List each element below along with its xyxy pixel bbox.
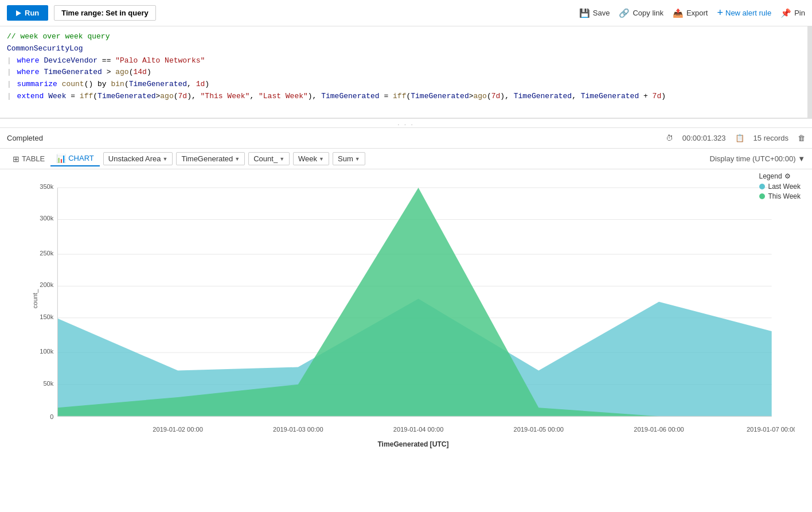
table-name: CommonSecurityLog [7,43,83,55]
y-tick-300k: 300k [40,215,53,222]
chart-legend: Legend ⚙ Last Week This Week [759,172,801,202]
chart-toolbar: ⊞ TABLE 📊 CHART Unstacked Area ▼ TimeGen… [0,149,812,169]
where-keyword-2: where TimeGenerated > ago(14d) [13,67,151,79]
clock-icon: ⏱ [666,134,673,142]
aggregation-dropdown[interactable]: Sum ▼ [333,152,365,165]
editor-scrollbar[interactable] [807,26,812,118]
new-alert-button[interactable]: + New alert rule [717,7,771,19]
x-tick-jan02: 2019-01-02 00:00 [153,426,202,433]
run-button[interactable]: Run [7,5,48,21]
chart-svg: 350k 300k 250k 200k 150k 100k 50k 0 coun… [32,175,795,480]
chevron-down-icon-6: ▼ [798,154,805,163]
table-tab[interactable]: ⊞ TABLE [7,152,50,166]
display-time-label: Display time (UTC+00:00) [710,154,796,163]
table-icon: ⊞ [13,154,19,164]
code-line-4: | where TimeGenerated > ago(14d) [7,67,805,79]
pin-icon: 📌 [780,8,791,18]
new-alert-label: New alert rule [725,9,771,17]
status-bar: Completed ⏱ 00:00:01.323 📋 15 records 🗑 [0,128,812,149]
y-tick-50k: 50k [43,380,53,387]
table-tab-label: TABLE [22,154,45,163]
pipe-3: | [7,79,11,91]
chevron-down-icon-5: ▼ [355,156,360,162]
code-line-2: CommonSecurityLog [7,43,805,55]
chevron-down-icon: ▼ [163,156,168,162]
this-week-label: This Week [768,192,801,200]
chevron-down-icon-2: ▼ [235,156,240,162]
run-label: Run [25,9,39,17]
where-keyword-1: where DeviceVendor == "Palo Alto Network… [13,55,205,67]
records-icon: 📋 [735,134,744,142]
chart-area: Legend ⚙ Last Week This Week 350k 300k 2… [0,169,812,512]
code-editor[interactable]: // week over week query CommonSecurityLo… [0,26,812,118]
records-count: 15 records [754,134,788,142]
legend-title: Legend ⚙ [759,172,801,180]
status-completed: Completed [7,134,43,142]
x-tick-jan03: 2019-01-03 00:00 [273,426,323,433]
save-action[interactable]: 💾 Save [579,8,610,18]
x-axis-title: TimeGenerated [UTC] [377,440,448,448]
execution-time: 00:00:01.323 [682,134,726,142]
y-tick-100k: 100k [40,348,53,355]
split-label: Week [298,154,317,163]
pin-action[interactable]: 📌 Pin [780,8,805,18]
aggregation-label: Sum [338,154,353,163]
legend-item-last-week: Last Week [759,183,801,191]
legend-title-text: Legend [759,172,782,180]
pipe-2: | [7,67,11,79]
x-tick-jan05: 2019-01-05 00:00 [514,426,564,433]
time-range-prefix: Time range: [61,9,103,17]
y-axis-dropdown[interactable]: Count_ ▼ [248,152,290,165]
chevron-down-icon-3: ▼ [279,156,284,162]
y-axis-label: Count_ [253,154,278,163]
x-axis-label: TimeGenerated [181,154,233,163]
legend-settings-icon[interactable]: ⚙ [784,172,791,180]
export-icon: 📤 [673,8,684,18]
chart-tab[interactable]: 📊 CHART [50,152,100,166]
y-tick-350k: 350k [40,183,53,190]
play-icon [16,10,21,16]
x-tick-jan04: 2019-01-04 00:00 [393,426,443,433]
code-line-1: // week over week query [7,31,805,43]
pipe-4: | [7,91,11,103]
y-tick-250k: 250k [40,250,53,257]
main-content: // week over week query CommonSecurityLo… [0,26,812,512]
x-tick-jan07: 2019-01-07 00:00 [747,426,795,433]
x-axis-dropdown[interactable]: TimeGenerated ▼ [176,152,245,165]
chart-type-dropdown[interactable]: Unstacked Area ▼ [103,152,173,165]
chart-toolbar-left: ⊞ TABLE 📊 CHART Unstacked Area ▼ TimeGen… [7,152,365,166]
chart-icon: 📊 [56,154,66,163]
copy-link-label: Copy link [633,9,663,17]
copy-link-action[interactable]: 🔗 Copy link [619,8,663,18]
legend-item-this-week: This Week [759,192,801,200]
export-label: Export [686,9,708,17]
export-action[interactable]: 📤 Export [673,8,708,18]
save-icon: 💾 [579,8,590,18]
code-line-3: | where DeviceVendor == "Palo Alto Netwo… [7,55,805,67]
results-area: Completed ⏱ 00:00:01.323 📋 15 records 🗑 … [0,128,812,512]
drag-handle[interactable]: . . . [0,118,812,128]
plus-icon: + [717,7,723,19]
y-axis-label: count_ [32,289,38,308]
this-week-dot [759,193,765,199]
code-line-5: | summarize count() by bin(TimeGenerated… [7,79,805,91]
last-week-dot [759,184,765,189]
toolbar-right: 💾 Save 🔗 Copy link 📤 Export + New alert … [579,7,805,19]
pipe-1: | [7,55,11,67]
display-time-dropdown[interactable]: Display time (UTC+00:00) ▼ [710,154,805,163]
pin-label: Pin [794,9,805,17]
chevron-down-icon-4: ▼ [319,156,324,162]
split-dropdown[interactable]: Week ▼ [293,152,329,165]
y-tick-150k: 150k [40,313,53,320]
toolbar-left: Run Time range: Set in query [7,5,156,21]
extend-line: extend Week = iff(TimeGenerated>ago(7d),… [13,91,666,103]
chart-type-label: Unstacked Area [108,154,161,163]
delete-icon[interactable]: 🗑 [798,134,805,142]
time-range-button[interactable]: Time range: Set in query [54,5,156,21]
status-right: ⏱ 00:00:01.323 📋 15 records 🗑 [666,134,805,142]
link-icon: 🔗 [619,8,630,18]
main-toolbar: Run Time range: Set in query 💾 Save 🔗 Co… [0,0,812,26]
save-label: Save [593,9,610,17]
y-tick-200k: 200k [40,281,53,288]
last-week-label: Last Week [768,183,801,191]
